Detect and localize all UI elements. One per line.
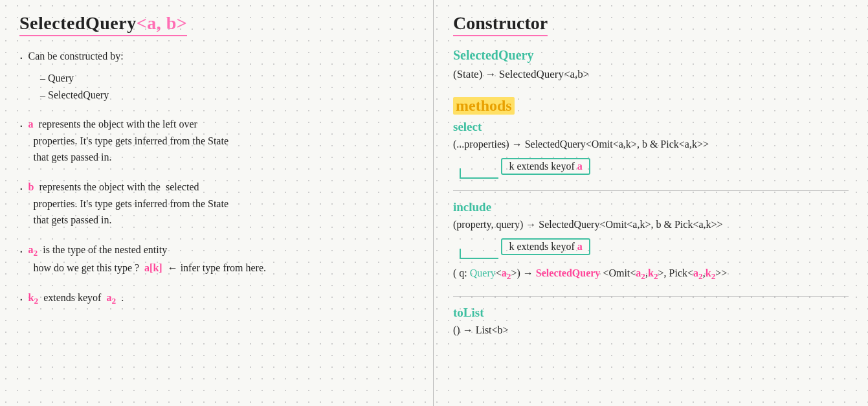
- divider-2: [453, 296, 849, 297]
- bullet-text-1: Can be constructed by:: [28, 48, 124, 65]
- bullet-section-5: · k2 extends keyof a2 .: [19, 289, 414, 308]
- selected-query-return: SelectedQuery: [536, 267, 601, 278]
- methods-heading: methods: [453, 97, 515, 115]
- var-a2: a2: [28, 244, 38, 255]
- bullet-dot-1: ·: [19, 48, 23, 66]
- divider-1: [453, 190, 849, 191]
- method-include-name: include: [453, 200, 849, 214]
- method-include-block: include (property, query) → SelectedQuer…: [453, 200, 849, 284]
- bullet-text-3: b represents the object with the selecte…: [28, 179, 228, 229]
- k2-pick: k2: [706, 267, 716, 278]
- a2-type-param: a2: [502, 267, 511, 278]
- method-tolist-sig: () → List<b>: [453, 321, 849, 339]
- method-tolist-block: toList () → List<b>: [453, 306, 849, 339]
- left-title: SelectedQuery<a, b>: [19, 13, 187, 36]
- select-constraint-box: k extends keyof a: [501, 158, 590, 175]
- bullet-text-4: a2 is the type of the nested entity how …: [28, 242, 266, 276]
- bullet-item-3: · b represents the object with the selec…: [19, 179, 414, 229]
- k2-omit: k2: [648, 267, 658, 278]
- method-select-block: select (...properties) → SelectedQuery<O…: [453, 120, 849, 179]
- method-select-sig: (...properties) → SelectedQuery<Omit<a,k…: [453, 135, 849, 153]
- bullet-dot-2: ·: [19, 116, 23, 134]
- constructor-signature: (State) → SelectedQuery<a,b>: [453, 65, 849, 84]
- constraint-a-select: a: [577, 161, 583, 172]
- bullet-section-4: · a2 is the type of the nested entity ho…: [19, 242, 414, 276]
- constructor-sig-text: (State) → SelectedQuery<a,b>: [453, 68, 589, 80]
- bullet-section-3: · b represents the object with the selec…: [19, 179, 414, 229]
- bullet-section-1: · Can be constructed by: – Query – Selec…: [19, 48, 414, 103]
- title-brackets: <a, b>: [137, 13, 187, 33]
- method-include-sub-sig: ( q: Query<a2>) → SelectedQuery <Omit<a2…: [453, 264, 849, 284]
- var-b: b: [28, 181, 34, 192]
- a2-pick: a2: [693, 267, 703, 278]
- method-include-sig: (property, query) → SelectedQuery<Omit<a…: [453, 216, 849, 233]
- bullet-text-5: k2 extends keyof a2 .: [28, 289, 124, 308]
- bullet-item-1: · Can be constructed by:: [19, 48, 414, 66]
- var-a2-ref: a2: [106, 292, 116, 303]
- right-title: Constructor: [453, 13, 548, 36]
- bullet-dot-3: ·: [19, 179, 23, 197]
- var-a: a: [28, 118, 34, 130]
- method-tolist-name: toList: [453, 306, 849, 320]
- sub-item-query: – Query: [40, 70, 414, 87]
- constructor-block: SelectedQuery (State) → SelectedQuery<a,…: [453, 48, 849, 84]
- title-prefix: SelectedQuery: [19, 13, 137, 33]
- right-panel: Constructor SelectedQuery (State) → Sele…: [434, 0, 868, 406]
- bullet-dot-5: ·: [19, 289, 23, 308]
- constraint-a-include: a: [577, 241, 583, 252]
- bullet-dot-4: ·: [19, 242, 23, 260]
- bullet-item-2: · a represents the object with the left …: [19, 116, 414, 166]
- query-type-label: Query: [470, 267, 496, 278]
- bullet-section-2: · a represents the object with the left …: [19, 116, 414, 166]
- a2-omit: a2: [636, 267, 645, 278]
- method-select-name: select: [453, 120, 849, 134]
- include-constraint-box: k extends keyof a: [501, 238, 590, 255]
- ak-expr: a[k]: [144, 262, 162, 273]
- bullet-item-5: · k2 extends keyof a2 .: [19, 289, 414, 308]
- sub-item-selected-query: – SelectedQuery: [40, 87, 414, 104]
- constructor-subheading: SelectedQuery: [453, 48, 849, 63]
- var-k2: k2: [28, 292, 39, 303]
- bullet-item-4: · a2 is the type of the nested entity ho…: [19, 242, 414, 276]
- left-panel: SelectedQuery<a, b> · Can be constructed…: [0, 0, 434, 406]
- bullet-text-2: a represents the object with the left ov…: [28, 116, 228, 166]
